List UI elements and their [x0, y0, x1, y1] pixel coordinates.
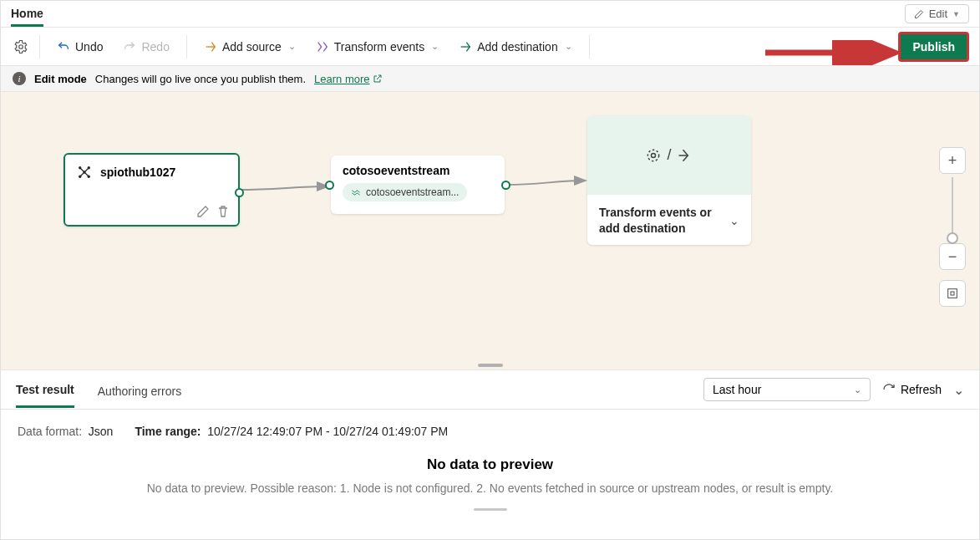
- add-source-button[interactable]: Add source ⌄: [195, 35, 304, 59]
- data-format-value: Json: [89, 425, 114, 438]
- output-port[interactable]: [501, 181, 510, 190]
- flow-canvas[interactable]: spiothub1027 cotosoeventstream cotosoeve…: [1, 92, 979, 369]
- source-node-title: spiothub1027: [100, 166, 175, 179]
- delete-node-icon[interactable]: [216, 205, 230, 218]
- destination-node[interactable]: / Transform events or add destination ⌄: [587, 115, 751, 245]
- chevron-down-icon[interactable]: ⌄: [729, 214, 739, 227]
- zoom-out-button[interactable]: −: [939, 243, 966, 270]
- publish-button[interactable]: Publish: [898, 32, 969, 62]
- transform-placeholder-icon: [645, 147, 662, 164]
- iot-hub-icon: [77, 165, 92, 180]
- destination-node-label: Transform events or add destination: [599, 205, 729, 237]
- time-range-label: Time range:: [135, 425, 201, 438]
- transform-label: Transform events: [334, 40, 424, 53]
- transform-events-button[interactable]: Transform events ⌄: [307, 35, 447, 59]
- redo-label: Redo: [141, 40, 169, 53]
- source-icon: [204, 40, 217, 53]
- edit-menu-button[interactable]: Edit ▼: [905, 4, 969, 23]
- pencil-icon: [914, 9, 924, 19]
- refresh-button[interactable]: Refresh: [882, 383, 942, 396]
- time-range-select[interactable]: Last hour ⌄: [703, 378, 871, 401]
- refresh-label: Refresh: [901, 383, 942, 396]
- divider: [186, 35, 187, 59]
- fit-to-screen-button[interactable]: [939, 280, 966, 307]
- data-format-label: Data format:: [18, 425, 82, 438]
- connector-line: [506, 177, 590, 189]
- edit-menu-label: Edit: [929, 8, 947, 20]
- chevron-down-icon: ⌄: [431, 41, 439, 52]
- stream-chip[interactable]: cotosoeventstream...: [343, 183, 467, 201]
- undo-label: Undo: [75, 40, 103, 53]
- external-link-icon: [373, 74, 383, 84]
- panel-resize-handle[interactable]: [478, 364, 503, 367]
- svg-point-8: [648, 150, 659, 160]
- info-mode: Edit mode: [34, 73, 87, 85]
- chevron-down-icon[interactable]: ⌄: [953, 382, 964, 398]
- destination-placeholder-icon: [677, 147, 693, 164]
- redo-button[interactable]: Redo: [114, 35, 177, 59]
- caret-down-icon: ▼: [952, 10, 960, 18]
- svg-rect-9: [948, 289, 957, 298]
- zoom-slider-thumb[interactable]: [947, 232, 958, 244]
- chevron-down-icon: ⌄: [288, 41, 296, 52]
- info-bar: i Edit mode Changes will go live once yo…: [1, 66, 979, 92]
- stream-chip-label: cotosoeventstream...: [366, 186, 459, 198]
- panel-resize-handle[interactable]: [474, 508, 507, 511]
- fit-icon: [946, 287, 959, 300]
- tab-home[interactable]: Home: [11, 2, 43, 27]
- redo-icon: [123, 40, 136, 53]
- svg-point-0: [19, 44, 23, 48]
- destination-icon: [459, 40, 472, 53]
- stream-icon: [351, 187, 361, 197]
- zoom-in-button[interactable]: +: [939, 147, 966, 174]
- result-panel: Data format: Json Time range: 10/27/24 1…: [1, 410, 979, 519]
- info-icon: i: [13, 72, 26, 85]
- connector-line: [240, 184, 332, 196]
- time-range-value-text: 10/27/24 12:49:07 PM - 10/27/24 01:49:07…: [207, 425, 448, 438]
- source-node[interactable]: spiothub1027: [63, 153, 240, 227]
- svg-rect-10: [951, 292, 954, 295]
- edit-node-icon[interactable]: [196, 205, 210, 218]
- add-source-label: Add source: [222, 40, 282, 53]
- zoom-slider-track[interactable]: [952, 177, 953, 240]
- tab-authoring-errors[interactable]: Authoring errors: [98, 373, 181, 407]
- destination-placeholder-icons: /: [587, 115, 751, 195]
- add-destination-label: Add destination: [477, 40, 558, 53]
- chevron-down-icon: ⌄: [565, 41, 572, 52]
- stream-node[interactable]: cotosoeventstream cotosoeventstream...: [331, 155, 505, 214]
- gear-icon: [13, 39, 28, 54]
- add-destination-button[interactable]: Add destination ⌄: [450, 35, 581, 59]
- refresh-icon: [882, 383, 896, 396]
- time-range-value: Last hour: [713, 383, 761, 396]
- divider: [589, 35, 590, 59]
- info-message: Changes will go live once you publish th…: [95, 73, 306, 85]
- divider: [39, 35, 40, 59]
- stream-node-title: cotosoeventstream: [343, 164, 493, 177]
- learn-more-label: Learn more: [314, 73, 369, 85]
- undo-icon: [57, 40, 70, 53]
- input-port[interactable]: [325, 181, 334, 190]
- undo-button[interactable]: Undo: [48, 35, 111, 59]
- settings-button[interactable]: [11, 37, 31, 57]
- no-data-title: No data to preview: [18, 456, 962, 473]
- tab-test-result[interactable]: Test result: [16, 371, 74, 408]
- no-data-reason: No data to preview. Possible reason: 1. …: [18, 481, 962, 495]
- learn-more-link[interactable]: Learn more: [314, 73, 382, 85]
- chevron-down-icon: ⌄: [854, 385, 861, 395]
- svg-point-7: [652, 153, 656, 157]
- output-port[interactable]: [235, 188, 244, 197]
- transform-icon: [316, 40, 329, 53]
